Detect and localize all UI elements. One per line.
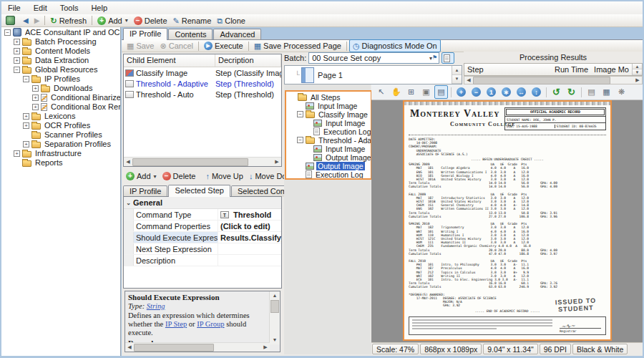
- batch-combobox[interactable]: 00 Source Set copy ▾ ⚑: [308, 52, 439, 64]
- fit-height-icon[interactable]: ↕: [530, 85, 543, 99]
- nav-tree-item[interactable]: −Global Resources: [1, 64, 120, 74]
- image-settings-icon[interactable]: ❋: [615, 85, 628, 99]
- ip-step-link[interactable]: IP Step: [165, 320, 187, 328]
- steps-tree-item[interactable]: All Steps: [286, 92, 371, 101]
- tab-contents[interactable]: Contents: [168, 29, 213, 40]
- clone-button[interactable]: ⧉Clone: [214, 15, 248, 26]
- steps-tree-item[interactable]: Output Image: [286, 161, 371, 170]
- tab-step-ip-profile[interactable]: IP Profile: [123, 185, 167, 197]
- save-processed-page-button[interactable]: ▦Save Processed Page: [251, 40, 344, 52]
- nav-tree-item[interactable]: +Data Extraction: [1, 55, 120, 64]
- menu-file[interactable]: File: [1, 1, 27, 14]
- rename-button[interactable]: ✎Rename: [170, 15, 215, 26]
- ip-group-link[interactable]: IP Group: [197, 320, 224, 328]
- property-row[interactable]: Command Properties(Click to edit): [124, 221, 281, 232]
- property-row[interactable]: Next Step Expression: [124, 243, 281, 255]
- expander-plus-icon[interactable]: +: [32, 85, 39, 92]
- tab-ip-profile[interactable]: IP Profile: [123, 28, 167, 40]
- menu-help[interactable]: Help: [84, 1, 114, 14]
- property-row[interactable]: Description: [124, 255, 281, 266]
- nav-tree-item[interactable]: +Conditional Binarize: [1, 92, 120, 102]
- expander-plus-icon[interactable]: +: [14, 48, 20, 54]
- expander-minus-icon[interactable]: −: [4, 29, 11, 36]
- rotate-right-icon[interactable]: ↻: [565, 85, 578, 99]
- save-button[interactable]: ▦Save: [124, 40, 157, 52]
- back-button[interactable]: ◀: [20, 15, 31, 26]
- nav-tree-item[interactable]: +Lexicons: [1, 111, 120, 120]
- nav-tree-item[interactable]: +Conditional Box Removal: [1, 102, 120, 111]
- best-fit-icon[interactable]: ∗: [499, 85, 513, 99]
- expander-plus-icon[interactable]: +: [23, 141, 29, 147]
- pan-tool-icon[interactable]: ✋: [389, 85, 403, 99]
- rotate-left-icon[interactable]: ↺: [550, 85, 563, 99]
- tab-advanced[interactable]: Advanced: [213, 29, 261, 40]
- property-group-general[interactable]: ⌄ General: [124, 197, 281, 209]
- nav-tree-item[interactable]: −ACE Consultant IP and OCR: [1, 27, 120, 37]
- nav-tree-item[interactable]: Reports: [1, 158, 120, 167]
- zoom-out-icon[interactable]: −: [469, 85, 483, 99]
- results-spinner[interactable]: ▲▼: [632, 64, 642, 75]
- column-child-element[interactable]: Child Element: [124, 54, 215, 67]
- step-add-button[interactable]: +Add▾: [123, 170, 160, 182]
- child-grid-hscrollbar[interactable]: ◀▶: [124, 157, 281, 166]
- pointer-tool-icon[interactable]: ↖: [374, 85, 388, 99]
- steps-tree-item[interactable]: Input Image: [286, 118, 371, 127]
- steps-tree-item[interactable]: Execution Log: [286, 170, 371, 178]
- zoom-in-icon[interactable]: +: [454, 85, 468, 99]
- child-element-row[interactable]: Threshold - AutoStep (Threshold): [124, 89, 281, 100]
- refresh-button[interactable]: ↻Refresh: [47, 15, 89, 26]
- results-column-image-mode[interactable]: Image Mo: [591, 65, 632, 74]
- cancel-button[interactable]: ⊗Cancel: [157, 40, 195, 52]
- steps-tree-item[interactable]: Output Image: [286, 153, 371, 161]
- execute-button[interactable]: ▶Execute: [201, 40, 246, 52]
- save-view-icon[interactable]: ▦: [600, 85, 613, 99]
- fit-page-icon[interactable]: ▤: [434, 85, 448, 99]
- expander-plus-icon[interactable]: +: [32, 95, 39, 101]
- results-column-run-time[interactable]: Run Time: [552, 65, 591, 74]
- expander-plus-icon[interactable]: +: [14, 57, 20, 64]
- help-vscrollbar[interactable]: ▲▼: [269, 291, 280, 344]
- nav-tree-item[interactable]: +Content Models: [1, 46, 120, 55]
- nav-tree-item[interactable]: Scanner Profiles: [1, 130, 120, 139]
- nav-tree-item[interactable]: +Downloads: [1, 83, 120, 92]
- column-description[interactable]: Decription: [215, 54, 281, 67]
- expander-plus-icon[interactable]: +: [14, 150, 20, 157]
- expander-minus-icon[interactable]: −: [297, 111, 303, 117]
- nav-tree-item[interactable]: +Batch Processing: [1, 37, 120, 46]
- nav-window-button[interactable]: [3, 15, 20, 26]
- child-element-row[interactable]: Threshold - AdaptiveStep (Threshold): [124, 78, 281, 89]
- forward-button[interactable]: ▶: [31, 15, 43, 26]
- step-delete-button[interactable]: −Delete: [160, 170, 199, 182]
- add-button[interactable]: +Add▾: [94, 15, 131, 26]
- help-type-link[interactable]: String: [147, 302, 165, 310]
- expander-minus-icon[interactable]: −: [297, 137, 303, 143]
- help-hscrollbar[interactable]: ◀▶: [125, 342, 270, 352]
- nav-tree-item[interactable]: +Separation Profiles: [1, 139, 120, 148]
- expander-minus-icon[interactable]: −: [14, 67, 20, 73]
- expander-plus-icon[interactable]: +: [14, 39, 20, 45]
- processed-document-image[interactable]: Monterey Valley Community College OFFICI…: [403, 100, 612, 341]
- results-column-step[interactable]: Step: [464, 65, 552, 74]
- print-icon[interactable]: ▤: [585, 85, 598, 99]
- tab-selected-step[interactable]: Selected Step: [168, 185, 230, 197]
- steps-tree-item[interactable]: Input Image: [286, 101, 371, 110]
- fit-width-icon[interactable]: ↔: [514, 85, 528, 99]
- move-up-button[interactable]: ↑Move Up: [203, 170, 246, 182]
- property-row[interactable]: Command TypeTThreshold: [124, 209, 281, 221]
- actual-size-icon[interactable]: 1: [484, 85, 498, 99]
- results-hscrollbar[interactable]: ◀▶: [464, 76, 643, 84]
- child-element-row[interactable]: Classify ImageStep (Classify Image): [124, 67, 281, 78]
- steps-tree-item[interactable]: Execution Log: [286, 127, 371, 135]
- page-label[interactable]: Page 1: [318, 71, 343, 79]
- steps-tree-item[interactable]: −Classify Image: [286, 110, 371, 118]
- page-thumbnail[interactable]: [301, 67, 314, 83]
- delete-button[interactable]: −Delete: [131, 15, 170, 26]
- menu-tools[interactable]: Tools: [54, 1, 85, 14]
- steps-tree-item[interactable]: Input Image: [286, 144, 371, 153]
- steps-tree-item[interactable]: −Threshold - Adaptive: [286, 135, 371, 144]
- show-page-button[interactable]: [441, 52, 454, 64]
- property-row[interactable]: Should Execute ExpressionResults.Classif…: [124, 232, 281, 243]
- property-value[interactable]: TThreshold: [218, 211, 281, 219]
- menu-edit[interactable]: Edit: [27, 1, 54, 14]
- expander-plus-icon[interactable]: +: [32, 104, 39, 110]
